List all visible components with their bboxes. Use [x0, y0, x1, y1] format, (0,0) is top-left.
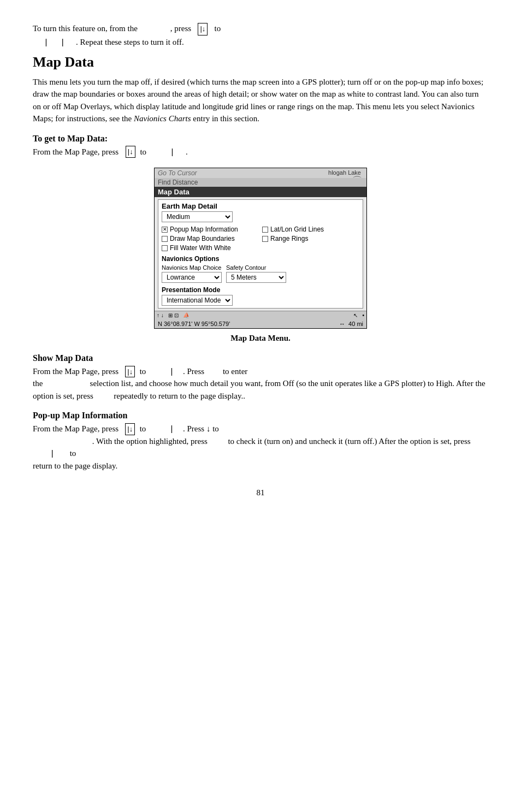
- repeat-text: . Repeat these steps to turn it off.: [76, 38, 184, 46]
- range-rings-checkbox[interactable]: [262, 236, 268, 242]
- nav-safety-contour-label: Safety Contour: [226, 264, 286, 271]
- lake-curve-icon: ⌒: [352, 176, 362, 186]
- fill-water-checkbox-item: Fill Water With White: [162, 244, 259, 252]
- zoom-level: ↔ 40 mi: [339, 321, 363, 327]
- range-rings-label: Range Rings: [270, 235, 308, 242]
- nav-map-choice-col: Navionics Map Choice Lowrance: [162, 264, 222, 283]
- lat-lon-label: Lat/Lon Grid Lines: [270, 226, 324, 233]
- body-paragraph: This menu lets you turn the map off, if …: [33, 76, 488, 125]
- menu-header: Go To Cursor hlogah Lake ⌒: [155, 168, 366, 178]
- popup-checkbox[interactable]: ✕: [162, 227, 168, 233]
- range-rings-checkbox-item: Range Rings: [262, 235, 359, 242]
- nav-safety-contour-col: Safety Contour 5 Meters: [226, 264, 286, 283]
- presentation-section: Presentation Mode International Mode: [162, 286, 359, 306]
- status-icons-left: ↑ ↓ ⊞ ⊡ ⛵: [157, 312, 190, 318]
- menu-main-section: Earth Map Detail Medium Off Low High ✕ P…: [158, 199, 363, 309]
- status-icons-right: ↖ •: [351, 312, 364, 318]
- fill-water-checkbox[interactable]: [162, 245, 168, 251]
- fill-water-label: Fill Water With White: [170, 244, 231, 252]
- map-data-heading: Map Data: [33, 54, 488, 70]
- nav-map-choice-dropdown[interactable]: Lowrance: [162, 272, 222, 283]
- lat-lon-checkbox[interactable]: [262, 227, 268, 233]
- arrow-key-2: |↓: [126, 146, 135, 158]
- draw-boundaries-checkbox[interactable]: [162, 236, 168, 242]
- presentation-dropdown[interactable]: International Mode: [162, 295, 233, 306]
- draw-boundaries-checkbox-item: Draw Map Boundaries: [162, 235, 259, 242]
- to-get-heading: To get to Map Data:: [33, 134, 488, 144]
- navionics-section: Navionics Options Navionics Map Choice L…: [162, 255, 359, 283]
- checkboxes-grid: ✕ Popup Map Information Lat/Lon Grid Lin…: [162, 226, 359, 252]
- popup-heading: Pop-up Map Information: [33, 411, 488, 420]
- medium-dropdown[interactable]: Medium Off Low High: [162, 211, 233, 222]
- from-map-page-line: From the Map Page, press |↓ to | .: [33, 146, 488, 158]
- popup-paragraph: From the Map Page, press |↓ to | . Press…: [33, 423, 488, 472]
- pipe-6: |: [51, 448, 54, 458]
- nav-safety-contour-dropdown[interactable]: 5 Meters: [226, 272, 286, 283]
- arrow-key-4: |↓: [125, 423, 135, 435]
- draw-boundaries-label: Draw Map Boundaries: [170, 235, 235, 242]
- show-map-data-heading: Show Map Data: [33, 353, 488, 363]
- go-to-cursor-item[interactable]: Go To Cursor: [158, 169, 197, 177]
- find-distance-item[interactable]: Find Distance: [155, 178, 366, 187]
- coords: N 36°08.971' W 95°50.579': [158, 321, 230, 327]
- pipe-4: |: [170, 366, 173, 376]
- pipe-1: |: [45, 37, 48, 46]
- pipe-5: |: [170, 424, 173, 433]
- nav-dropdowns: Navionics Map Choice Lowrance Safety Con…: [162, 264, 359, 283]
- page-content: To turn this feature on, from the , pres…: [33, 22, 488, 497]
- caption: Map Data Menu.: [33, 332, 488, 345]
- menu-diagram: Go To Cursor hlogah Lake ⌒ Find Distance…: [33, 168, 488, 329]
- earth-map-detail-title: Earth Map Detail: [162, 202, 359, 210]
- nav-map-choice-label: Navionics Map Choice: [162, 264, 222, 271]
- pipe-2: |: [62, 37, 64, 46]
- navionics-title: Navionics Options: [162, 255, 359, 263]
- intro-paragraph: To turn this feature on, from the , pres…: [33, 22, 488, 49]
- intro-to: to: [215, 24, 221, 33]
- popup-label: Popup Map Information: [170, 226, 238, 233]
- arrow-key-symbol: |↓: [198, 23, 208, 35]
- coords-bar: N 36°08.971' W 95°50.579' ↔ 40 mi: [155, 319, 366, 328]
- menu-box: Go To Cursor hlogah Lake ⌒ Find Distance…: [154, 168, 367, 329]
- show-map-data-paragraph: From the Map Page, press |↓ to | . Press…: [33, 365, 488, 402]
- arrow-key-3: |↓: [125, 366, 135, 378]
- popup-checkbox-item: ✕ Popup Map Information: [162, 226, 259, 233]
- lat-lon-checkbox-item: Lat/Lon Grid Lines: [262, 226, 359, 233]
- presentation-title: Presentation Mode: [162, 286, 359, 294]
- page-number: 81: [33, 488, 488, 497]
- status-bar: ↑ ↓ ⊞ ⊡ ⛵ ↖ •: [155, 311, 366, 319]
- pipe-3: |: [171, 146, 173, 158]
- intro-press: , press: [170, 24, 191, 33]
- intro-text-1: To turn this feature on, from the: [33, 24, 138, 33]
- map-data-bar: Map Data: [155, 187, 366, 197]
- medium-dropdown-row: Medium Off Low High: [162, 211, 359, 222]
